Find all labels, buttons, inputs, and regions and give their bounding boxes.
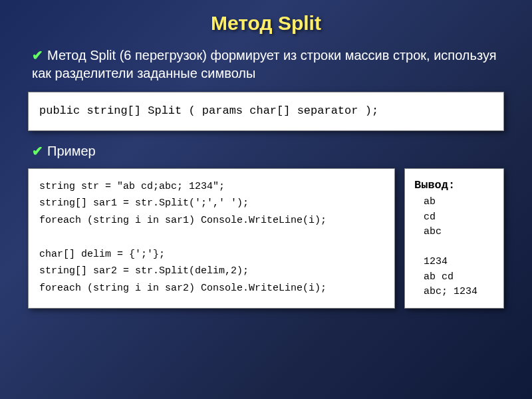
signature-code: public string[] Split ( params char[] se… [28,92,504,131]
check-icon: ✔ [32,48,43,63]
example-code: string str = "ab cd;abc; 1234"; string[]… [28,168,395,309]
description-content: Метод Split (6 перегрузок) формирует из … [32,48,497,80]
output-lines: ab cd abc 1234 ab cd abc; 1234 [414,195,494,300]
output-title: Вывод: [414,179,455,192]
slide-title: Метод Split [20,12,512,35]
output-box: Вывод: ab cd abc 1234 ab cd abc; 1234 [404,168,504,309]
check-icon: ✔ [32,144,43,158]
example-label-text: Пример [47,144,96,158]
example-row: string str = "ab cd;abc; 1234"; string[]… [28,168,504,309]
description-text: ✔Метод Split (6 перегрузок) формирует из… [20,47,512,82]
example-label: ✔Пример [20,143,512,159]
